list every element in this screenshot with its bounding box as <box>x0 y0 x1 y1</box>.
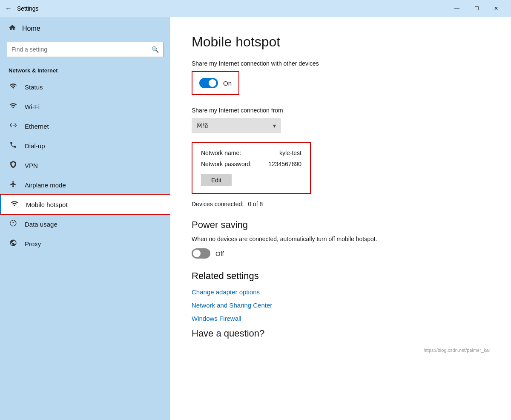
share-toggle[interactable] <box>199 78 218 88</box>
share-from-label: Share my Internet connection from <box>192 107 490 114</box>
windows-firewall-link[interactable]: Windows Firewall <box>192 315 490 322</box>
sidebar-item-datausage[interactable]: Data usage <box>0 214 170 234</box>
dropdown-value: 网络 <box>197 122 209 129</box>
sidebar: Home 🔍 Network & Internet Status Wi-Fi <box>0 17 170 420</box>
share-toggle-box: On <box>192 71 239 95</box>
window-controls: — ☐ ✕ <box>447 2 506 15</box>
home-icon <box>9 24 16 33</box>
devices-connected-row: Devices connected: 0 of 8 <box>192 201 490 207</box>
vpn-icon <box>9 161 18 170</box>
sidebar-item-hotspot-label: Mobile hotspot <box>26 201 68 208</box>
sidebar-section-label: Network & Internet <box>0 64 170 77</box>
power-saving-toggle-knob <box>193 250 201 257</box>
edit-button[interactable]: Edit <box>201 174 232 186</box>
share-toggle-label: On <box>223 80 232 87</box>
app-title: Settings <box>17 5 447 12</box>
share-label: Share my Internet connection with other … <box>192 60 490 67</box>
datausage-icon <box>9 219 18 229</box>
sidebar-item-dialup[interactable]: Dial-up <box>0 136 170 155</box>
power-saving-toggle-label: Off <box>215 250 224 257</box>
devices-connected-label: Devices connected: <box>192 201 244 207</box>
search-icon: 🔍 <box>152 46 159 53</box>
minimize-button[interactable]: — <box>447 2 467 15</box>
power-saving-toggle[interactable] <box>192 248 210 259</box>
hotspot-icon <box>10 200 19 209</box>
airplane-icon <box>9 180 18 190</box>
sidebar-item-hotspot[interactable]: Mobile hotspot <box>0 195 170 214</box>
toggle-knob <box>209 79 216 87</box>
network-password-value: 1234567890 <box>268 161 301 167</box>
network-name-value: kyle-test <box>279 150 301 156</box>
power-saving-heading: Power saving <box>192 219 490 230</box>
search-input[interactable] <box>11 46 148 53</box>
related-settings-heading: Related settings <box>192 270 490 282</box>
home-label: Home <box>22 25 40 32</box>
network-name-row: Network name: kyle-test <box>201 150 301 156</box>
sidebar-item-ethernet[interactable]: Ethernet <box>0 116 170 136</box>
watermark: https://blog.csdn.net/palmer_kai <box>192 348 490 353</box>
sidebar-item-proxy[interactable]: Proxy <box>0 234 170 253</box>
status-icon <box>9 82 18 92</box>
sidebar-item-vpn-label: VPN <box>25 162 38 169</box>
connection-dropdown[interactable]: 网络 ▾ <box>192 118 281 133</box>
back-button[interactable]: ← <box>5 5 12 12</box>
power-saving-desc: When no devices are connected, automatic… <box>192 236 430 242</box>
sidebar-item-status-label: Status <box>25 83 43 91</box>
have-question-heading: Have a question? <box>192 328 490 339</box>
sidebar-item-proxy-label: Proxy <box>25 240 41 247</box>
sidebar-item-ethernet-label: Ethernet <box>25 123 49 130</box>
sidebar-item-datausage-label: Data usage <box>25 221 57 228</box>
devices-connected-value: 0 of 8 <box>248 201 263 207</box>
maximize-button[interactable]: ☐ <box>467 2 486 15</box>
sidebar-item-dialup-label: Dial-up <box>25 142 45 150</box>
proxy-icon <box>9 239 18 248</box>
page-title: Mobile hotspot <box>192 34 490 50</box>
network-sharing-link[interactable]: Network and Sharing Center <box>192 302 490 309</box>
ethernet-icon <box>9 121 18 131</box>
sidebar-item-airplane[interactable]: Airplane mode <box>0 175 170 195</box>
network-info-box: Network name: kyle-test Network password… <box>192 142 311 194</box>
titlebar: ← Settings — ☐ ✕ <box>0 0 511 17</box>
dialup-icon <box>9 141 18 150</box>
sidebar-item-airplane-label: Airplane mode <box>25 181 66 189</box>
sidebar-item-vpn[interactable]: VPN <box>0 155 170 175</box>
network-name-label: Network name: <box>201 150 241 156</box>
change-adapter-link[interactable]: Change adapter options <box>192 288 490 296</box>
network-password-row: Network password: 1234567890 <box>201 161 301 167</box>
close-button[interactable]: ✕ <box>486 2 506 15</box>
wifi-icon <box>9 102 18 111</box>
sidebar-item-status[interactable]: Status <box>0 77 170 97</box>
chevron-down-icon: ▾ <box>273 122 276 129</box>
content-area: Mobile hotspot Share my Internet connect… <box>170 17 511 420</box>
search-box[interactable]: 🔍 <box>7 42 164 57</box>
sidebar-item-home[interactable]: Home <box>0 17 170 40</box>
network-password-label: Network password: <box>201 161 252 167</box>
sidebar-item-wifi-label: Wi-Fi <box>25 103 40 110</box>
main-container: Home 🔍 Network & Internet Status Wi-Fi <box>0 17 511 420</box>
sidebar-item-wifi[interactable]: Wi-Fi <box>0 97 170 116</box>
